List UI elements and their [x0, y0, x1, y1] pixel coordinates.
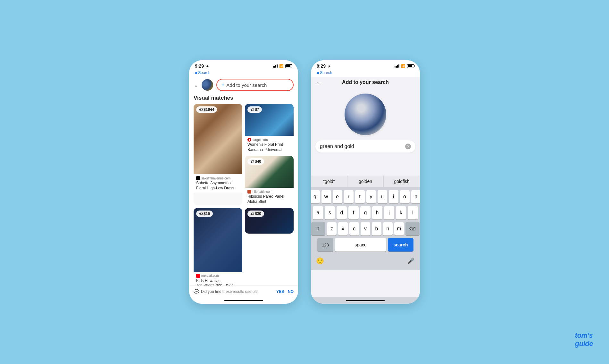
status-bar-2: 9:29 ✈ 📶 — [311, 60, 420, 70]
shift-key[interactable]: ⇧ — [311, 222, 325, 236]
key-w[interactable]: w — [321, 190, 331, 203]
page-title: Add to your search — [342, 79, 389, 85]
keyboard-row-4: 123 space search — [312, 238, 419, 252]
time-display-2: 9:29 ✈ — [317, 63, 330, 69]
status-icons-2: 📶 — [395, 64, 414, 68]
nav-bar-2: ◀ Search — [311, 70, 420, 77]
key-g[interactable]: g — [360, 206, 371, 219]
add-to-search-label: Add to your search — [226, 82, 267, 88]
key-o[interactable]: o — [400, 190, 410, 203]
search-input[interactable]: green and gold — [320, 144, 405, 149]
key-d[interactable]: d — [337, 206, 347, 219]
price-badge-3: 🏷 $40 — [247, 158, 264, 165]
phone2-header: ← Add to your search — [311, 77, 420, 87]
keyboard-row-3: ⇧ z x c v b n m ⌫ — [312, 222, 419, 236]
card-source-2: target.com — [247, 138, 291, 142]
key-r[interactable]: r — [344, 190, 354, 203]
key-x[interactable]: x — [338, 222, 348, 236]
result-card-1[interactable]: 🏷 $1644 saksfifthavenue.com Sabetta Asym… — [194, 104, 242, 205]
key-h[interactable]: h — [372, 206, 382, 219]
key-s[interactable]: s — [325, 206, 335, 219]
key-e[interactable]: e — [333, 190, 342, 203]
content-spacer — [311, 156, 420, 176]
card-source-4: mercari.com — [196, 274, 240, 278]
autocomplete-item-0[interactable]: "gold" — [311, 176, 347, 187]
key-c[interactable]: c — [349, 222, 359, 236]
card-title-2: Women's Floral Print Bandana - Universal… — [247, 142, 291, 153]
key-a[interactable]: a — [313, 206, 323, 219]
key-z[interactable]: z — [327, 222, 337, 236]
microphone-key[interactable]: 🎤 — [405, 254, 417, 268]
keyboard-row-2: a s d f g h j k l — [312, 206, 419, 219]
result-card-5[interactable]: 🏷 $30 — [245, 208, 294, 234]
card-info-2: target.com Women's Floral Print Bandana … — [245, 136, 294, 153]
card-title-4: Kids Hawaiian Top/Shorts (6?) - Kids | C… — [196, 278, 240, 285]
price-tag-icon-5: 🏷 — [250, 212, 254, 216]
clear-button[interactable]: ✕ — [405, 144, 411, 149]
time-display-1: 9:29 ✈ — [195, 63, 209, 69]
autocomplete-item-1[interactable]: golden — [347, 176, 384, 187]
numbers-key[interactable]: 123 — [317, 238, 333, 252]
space-key[interactable]: space — [335, 238, 386, 252]
back-arrow-icon[interactable]: ← — [316, 79, 322, 86]
feedback-no-button[interactable]: NO — [288, 289, 294, 294]
plus-icon: + — [221, 82, 224, 88]
toms-guide-watermark: tom's guide — [575, 331, 593, 348]
delete-key[interactable]: ⌫ — [405, 222, 420, 236]
key-t[interactable]: t — [355, 190, 365, 203]
card-title-1: Sabetta Asymmetrical Floral High-Low Dre… — [196, 181, 240, 191]
nav-bar-1: ◀ Search — [189, 70, 298, 77]
key-l[interactable]: l — [408, 206, 418, 219]
feedback-question: Did you find these results useful? — [201, 289, 258, 294]
status-icons-1: 📶 — [273, 64, 292, 68]
card-info-1: saksfifthavenue.com Sabetta Asymmetrical… — [194, 174, 242, 193]
results-grid: 🏷 $1644 saksfifthavenue.com Sabetta Asym… — [189, 104, 298, 285]
key-b[interactable]: b — [372, 222, 381, 236]
key-v[interactable]: v — [361, 222, 370, 236]
key-i[interactable]: i — [389, 190, 398, 203]
price-tag-icon: 🏷 — [199, 108, 203, 112]
key-j[interactable]: j — [384, 206, 394, 219]
back-label-2[interactable]: ◀ Search — [316, 70, 332, 75]
result-card-2[interactable]: 🏷 $7 target.com Women's Floral Print Ban… — [245, 104, 294, 153]
mercari-favicon — [196, 274, 200, 278]
home-indicator-2 — [311, 297, 420, 304]
feedback-icon: 💬 — [194, 289, 199, 294]
section-title: Visual matches — [189, 94, 298, 104]
key-f[interactable]: f — [348, 206, 359, 219]
search-image — [345, 94, 386, 135]
key-u[interactable]: u — [378, 190, 387, 203]
search-key[interactable]: search — [388, 238, 413, 252]
key-m[interactable]: m — [394, 222, 404, 236]
price-tag-icon-2: 🏷 — [250, 108, 254, 112]
circular-image-container — [311, 87, 420, 140]
key-n[interactable]: n — [383, 222, 393, 236]
phone-1: 9:29 ✈ 📶 ◀ Search ⌄ — [189, 60, 298, 304]
result-card-3[interactable]: 🏷 $40 hilohattie.com Hibiscus Pareo Pane… — [245, 156, 294, 205]
key-p[interactable]: p — [411, 190, 420, 203]
search-input-container[interactable]: green and gold ✕ — [315, 140, 415, 153]
autocomplete-row: "gold" golden goldfish — [311, 176, 420, 187]
key-q[interactable]: q — [311, 190, 320, 203]
saks-favicon — [196, 176, 200, 180]
emoji-key[interactable]: 🙂 — [313, 254, 326, 268]
target-favicon — [247, 138, 251, 142]
search-thumbnail — [202, 79, 213, 91]
key-y[interactable]: y — [366, 190, 376, 203]
autocomplete-item-2[interactable]: goldfish — [384, 176, 420, 187]
price-tag-icon-4: 🏷 — [199, 212, 203, 216]
wifi-icon-2: 📶 — [401, 64, 405, 68]
phone2-content: ← Add to your search green and gold ✕ "g… — [311, 77, 420, 297]
result-card-4[interactable]: 🏷 $15 mercari.com Kids Hawaiian Top/Shor… — [194, 208, 242, 285]
phone-2: 9:29 ✈ 📶 ◀ Search — [311, 60, 420, 304]
chevron-down-icon[interactable]: ⌄ — [194, 81, 198, 88]
card-image-4 — [194, 208, 242, 272]
card-image-1 — [194, 104, 242, 174]
feedback-yes-button[interactable]: YES — [276, 289, 284, 294]
key-k[interactable]: k — [396, 206, 406, 219]
add-to-search-button[interactable]: + Add to your search — [216, 79, 294, 91]
card-source-1: saksfifthavenue.com — [196, 176, 240, 180]
feedback-bar: 💬 Did you find these results useful? YES… — [189, 285, 298, 297]
battery-icon-2 — [407, 64, 414, 68]
back-label-1[interactable]: ◀ Search — [194, 70, 210, 75]
